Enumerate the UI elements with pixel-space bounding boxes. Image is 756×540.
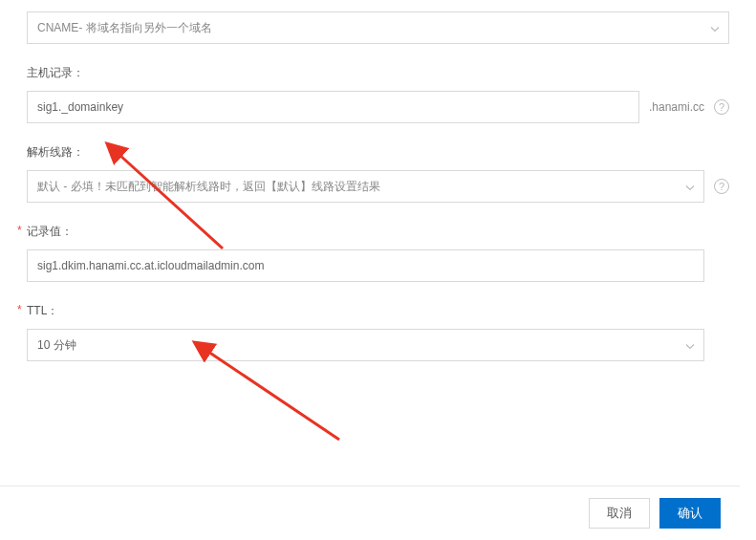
record-type-value: CNAME- 将域名指向另外一个域名: [27, 11, 729, 44]
ttl-select[interactable]: 10 分钟: [27, 329, 704, 361]
host-input[interactable]: [27, 91, 639, 123]
dialog-footer: 取消 确认: [0, 486, 740, 540]
record-value-label: 记录值：: [27, 224, 729, 240]
record-value-input[interactable]: [27, 249, 704, 282]
svg-line-2: [208, 352, 339, 440]
route-placeholder: 默认 - 必填！未匹配到智能解析线路时，返回【默认】线路设置结果: [27, 170, 704, 203]
help-icon[interactable]: ?: [714, 99, 729, 115]
dns-record-form: CNAME- 将域名指向另外一个域名 主机记录： .hanami.cc ? 解析…: [0, 0, 756, 361]
ttl-label: TTL：: [27, 303, 729, 319]
record-type-group: CNAME- 将域名指向另外一个域名: [27, 11, 729, 44]
host-label: 主机记录：: [27, 65, 729, 81]
ok-button[interactable]: 确认: [659, 498, 721, 529]
record-type-select[interactable]: CNAME- 将域名指向另外一个域名: [27, 11, 729, 44]
record-value-group: 记录值：: [27, 224, 729, 282]
route-label: 解析线路：: [27, 144, 729, 161]
help-spacer: [714, 337, 729, 353]
route-select[interactable]: 默认 - 必填！未匹配到智能解析线路时，返回【默认】线路设置结果: [27, 170, 704, 203]
help-spacer: [714, 258, 729, 273]
help-icon[interactable]: ?: [714, 179, 729, 194]
host-group: 主机记录： .hanami.cc ?: [27, 65, 729, 123]
route-group: 解析线路： 默认 - 必填！未匹配到智能解析线路时，返回【默认】线路设置结果 ?: [27, 144, 729, 203]
ttl-value: 10 分钟: [27, 329, 704, 361]
ttl-group: TTL： 10 分钟: [27, 303, 729, 361]
host-suffix: .hanami.cc: [649, 100, 704, 114]
cancel-button[interactable]: 取消: [589, 498, 650, 529]
